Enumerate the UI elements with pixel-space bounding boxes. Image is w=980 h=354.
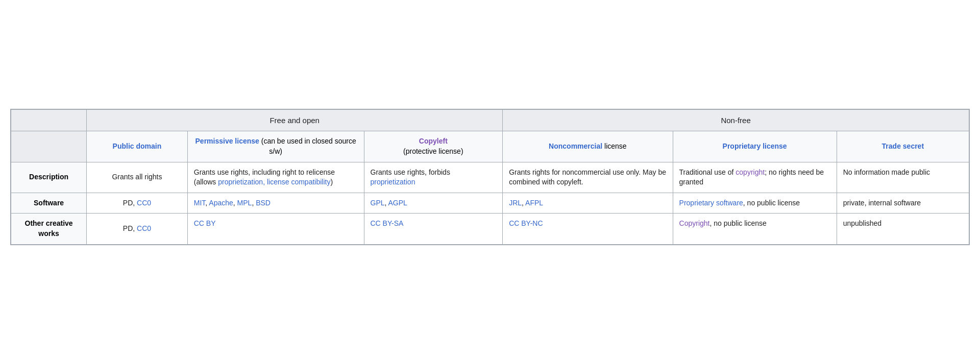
sw-noncommercial: JRL, AFPL [503, 193, 673, 214]
col-header-permissive: Permissive license (can be used in close… [187, 131, 364, 162]
row-header-other-creative: Other creative works [11, 214, 87, 244]
jrl-link[interactable]: JRL [509, 199, 522, 207]
cc-by-sa-link[interactable]: CC BY-SA [371, 219, 404, 227]
mit-link[interactable]: MIT [194, 199, 206, 207]
cc-by-link[interactable]: CC BY [194, 219, 216, 227]
non-free-header: Non-free [503, 110, 969, 131]
proprietary-label-blue: Proprietary license [723, 142, 787, 150]
oc-proprietary: Copyright, no public license [673, 214, 837, 244]
afpl-link[interactable]: AFPL [525, 199, 543, 207]
license-comparison-table: Free and open Non-free Public domain Per… [10, 109, 970, 245]
col-header-copyleft: Copyleft (protective license) [364, 131, 503, 162]
bsd-link[interactable]: BSD [256, 199, 271, 207]
desc-public-domain: Grants all rights [87, 162, 188, 193]
sw-copyleft: GPL, AGPL [364, 193, 503, 214]
desc-proprietary: Traditional use of copyright; no rights … [673, 162, 837, 193]
cc0-link-sw[interactable]: CC0 [137, 199, 151, 207]
free-open-header: Free and open [87, 110, 503, 131]
copyleft-label-purple: Copyleft [419, 137, 448, 145]
cc0-link-oc[interactable]: CC0 [137, 224, 151, 232]
copyleft-label-plain: (protective license) [403, 147, 463, 155]
trade-secret-label: Trade secret [882, 142, 924, 150]
oc-trade-secret: unpublished [837, 214, 969, 244]
public-domain-label: Public domain [113, 142, 162, 150]
sw-public-domain: PD, CC0 [87, 193, 188, 214]
sw-permissive: MIT, Apache, MPL, BSD [187, 193, 364, 214]
agpl-link[interactable]: AGPL [388, 199, 407, 207]
copyright-link-oc[interactable]: Copyright [679, 219, 710, 227]
desc-permissive: Grants use rights, including right to re… [187, 162, 364, 193]
desc-trade-secret: No information made public [837, 162, 969, 193]
desc-noncommercial: Grants rights for noncommercial use only… [503, 162, 673, 193]
mpl-link[interactable]: MPL [237, 199, 252, 207]
proprietization-license-link[interactable]: proprietization, license compatibility [218, 178, 330, 186]
col-header-noncommercial: Noncommercial license [503, 131, 673, 162]
nonfree-label: Non-free [721, 116, 750, 125]
oc-copyleft: CC BY-SA [364, 214, 503, 244]
desc-copyleft: Grants use rights, forbids proprietizati… [364, 162, 503, 193]
oc-public-domain: PD, CC0 [87, 214, 188, 244]
blank-header [11, 110, 87, 131]
col-header-proprietary: Proprietary license [673, 131, 837, 162]
noncommercial-label-plain: license [602, 142, 626, 150]
proprietization-link[interactable]: proprietization [371, 178, 415, 186]
oc-permissive: CC BY [187, 214, 364, 244]
permissive-label-blue: Permissive license [195, 137, 259, 145]
apache-link[interactable]: Apache [209, 199, 233, 207]
noncommercial-label-blue: Noncommercial [549, 142, 602, 150]
oc-noncommercial: CC BY-NC [503, 214, 673, 244]
row-header-description: Description [11, 162, 87, 193]
copyright-link-desc[interactable]: copyright [736, 168, 765, 176]
permissive-label-plain: (can be used in closed source s/w) [259, 137, 356, 155]
col-blank [11, 131, 87, 162]
col-header-public-domain: Public domain [87, 131, 188, 162]
proprietary-software-link[interactable]: Proprietary software [679, 199, 743, 207]
sw-proprietary: Proprietary software, no public license [673, 193, 837, 214]
col-header-trade-secret: Trade secret [837, 131, 969, 162]
gpl-link[interactable]: GPL [371, 199, 385, 207]
free-label: Free and open [270, 116, 320, 125]
sw-trade-secret: private, internal software [837, 193, 969, 214]
row-header-software: Software [11, 193, 87, 214]
cc-by-nc-link[interactable]: CC BY-NC [509, 219, 543, 227]
